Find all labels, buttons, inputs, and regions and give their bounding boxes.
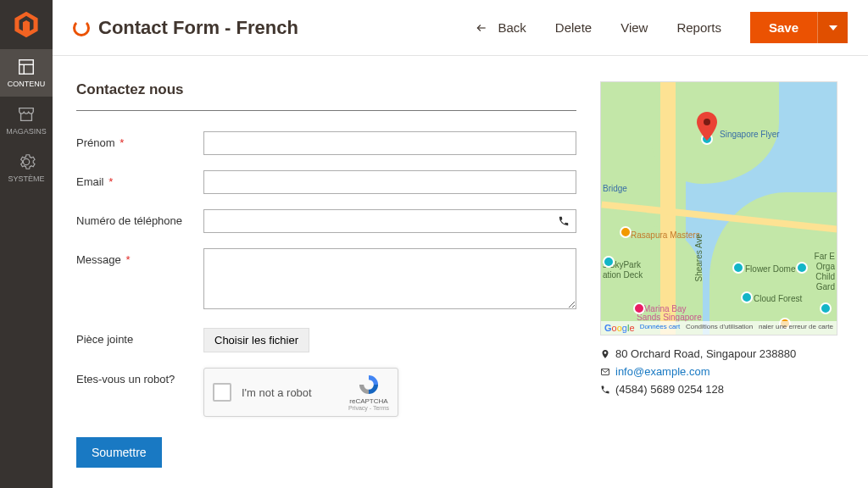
submit-button[interactable]: Soumettre	[76, 437, 162, 468]
sidebar-item-system[interactable]: SYSTÈME	[0, 144, 53, 191]
page-title: Contact Form - French	[98, 17, 298, 39]
view-button[interactable]: View	[620, 20, 648, 35]
sidebar-item-stores[interactable]: MAGASINS	[0, 97, 53, 144]
page-header: Contact Form - French Back Delete View R…	[53, 0, 868, 56]
map-label: Orga	[816, 262, 835, 271]
contact-form: Contactez nous Prénom * Email * Numéro d…	[76, 81, 576, 463]
admin-sidebar: CONTENU MAGASINS SYSTÈME	[0, 0, 53, 488]
map-label: Child	[815, 272, 835, 281]
gear-icon	[17, 152, 36, 171]
contact-address: 80 Orchard Road, Singapour 238880	[615, 346, 796, 363]
delete-button[interactable]: Delete	[555, 20, 592, 35]
reports-button[interactable]: Reports	[676, 20, 721, 35]
map-poi-icon	[732, 262, 744, 274]
sidebar-item-label: MAGASINS	[6, 127, 47, 136]
envelope-icon	[600, 367, 610, 377]
map-poi-icon	[741, 291, 753, 303]
robot-label: Etes-vous un robot?	[76, 368, 203, 385]
phone-icon	[600, 385, 610, 395]
firstname-input[interactable]	[203, 131, 576, 155]
save-button[interactable]: Save	[750, 12, 817, 43]
arrow-left-icon	[474, 22, 489, 34]
map-label: Bridge	[603, 184, 627, 193]
form-title: Contactez nous	[76, 81, 576, 111]
map-label: Far E	[815, 252, 835, 261]
map-label: Cloud Forest	[754, 294, 802, 303]
map-label: Flower Dome	[745, 264, 795, 274]
map-poi-icon	[633, 302, 645, 314]
recaptcha-text: I'm not a robot	[242, 386, 348, 399]
sidebar-item-content[interactable]: CONTENU	[0, 49, 53, 97]
map-poi-icon	[820, 302, 832, 314]
map-label: Sheares Ave	[694, 234, 704, 282]
attachment-label: Pièce jointe	[76, 328, 203, 346]
map-label: Rasapura Masters	[631, 230, 700, 240]
map-label: Singapore Flyer	[720, 130, 780, 139]
recaptcha-widget[interactable]: I'm not a robot reCAPTCHA Privacy - Term…	[203, 368, 398, 417]
recaptcha-badge: reCAPTCHA Privacy - Terms	[348, 374, 389, 411]
map-poi-icon	[620, 226, 632, 238]
map-attribution: Google Données cart Conditions d'utilisa…	[601, 321, 837, 335]
stores-icon	[17, 105, 36, 124]
firstname-label: Prénom *	[76, 131, 203, 149]
content-icon	[17, 58, 36, 76]
spinner-icon	[73, 19, 90, 36]
caret-down-icon	[829, 24, 837, 32]
sidebar-item-label: CONTENU	[8, 80, 46, 88]
map-pin-icon	[697, 112, 717, 141]
choose-file-button[interactable]: Choisir les fichier	[203, 328, 309, 352]
message-textarea[interactable]	[203, 248, 576, 309]
svg-point-4	[704, 119, 710, 125]
map-label: ation Deck	[603, 270, 643, 280]
map-widget[interactable]: Singapore Flyer Bridge Rasapura Masters …	[600, 81, 837, 336]
phone-icon	[558, 215, 570, 227]
contact-email-link[interactable]: info@example.com	[615, 363, 709, 381]
map-label: Gard	[816, 282, 835, 291]
location-pin-icon	[600, 349, 610, 359]
email-input[interactable]	[203, 170, 576, 194]
recaptcha-checkbox[interactable]	[213, 383, 231, 402]
map-poi-icon	[603, 256, 615, 268]
message-label: Message *	[76, 248, 203, 266]
recaptcha-icon	[358, 374, 380, 396]
contact-info: 80 Orchard Road, Singapour 238880 info@e…	[600, 346, 837, 398]
phone-label: Numéro de téléphone	[76, 209, 203, 227]
google-logo: Google	[604, 323, 635, 333]
contact-phone: (4584) 5689 0254 128	[615, 381, 724, 399]
phone-input[interactable]	[203, 209, 576, 233]
magento-logo-icon	[12, 10, 41, 39]
back-button[interactable]: Back	[474, 20, 526, 35]
svg-rect-0	[19, 60, 34, 75]
sidebar-item-label: SYSTÈME	[8, 175, 44, 183]
save-dropdown-button[interactable]	[817, 12, 848, 43]
email-label: Email *	[76, 170, 203, 188]
map-poi-icon	[796, 262, 808, 274]
